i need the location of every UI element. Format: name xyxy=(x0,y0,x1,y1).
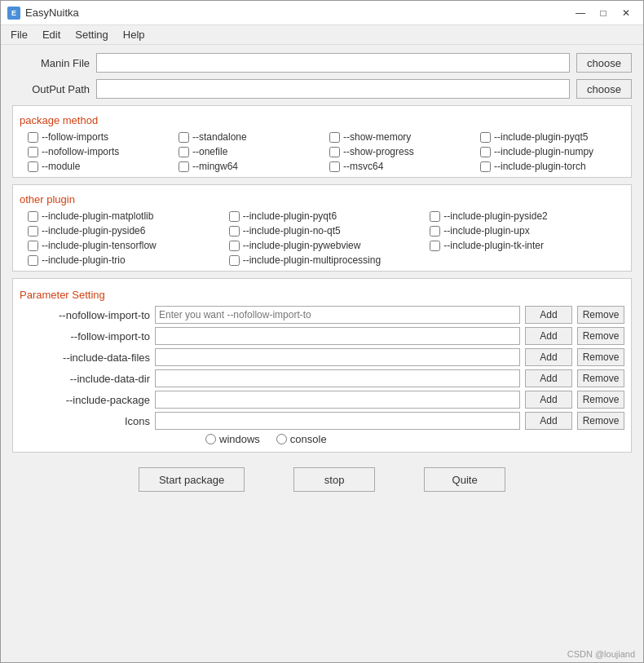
checkbox-tk-inter-input[interactable] xyxy=(430,241,440,251)
checkbox-standalone[interactable]: --standalone xyxy=(179,131,323,143)
param-remove-icons[interactable]: Remove xyxy=(577,412,624,430)
checkbox-upx-input[interactable] xyxy=(430,226,440,236)
checkbox-pyside6-input[interactable] xyxy=(28,226,38,236)
checkbox-include-torch[interactable]: --include-plugin-torch xyxy=(480,161,624,172)
checkbox-pyqt6-input[interactable] xyxy=(229,211,240,222)
param-input-1[interactable] xyxy=(155,327,520,345)
param-input-icons[interactable] xyxy=(155,412,520,430)
param-label-icons: Icons xyxy=(20,415,150,427)
radio-windows-input[interactable] xyxy=(205,434,216,444)
checkbox-tk-inter[interactable]: --include-plugin-tk-inter xyxy=(430,240,624,251)
output-path-choose-button[interactable]: choose xyxy=(576,79,632,99)
checkbox-multiprocessing[interactable]: --include-plugin-multiprocessing xyxy=(229,254,424,266)
checkbox-nofollow-imports-input[interactable] xyxy=(28,147,38,157)
menu-setting[interactable]: Setting xyxy=(68,27,114,42)
checkbox-include-numpy-input[interactable] xyxy=(480,147,491,157)
minimize-button[interactable]: — xyxy=(570,5,591,21)
output-path-input[interactable] xyxy=(96,79,570,99)
param-add-0[interactable]: Add xyxy=(525,306,572,324)
checkbox-no-qt5[interactable]: --include-plugin-no-qt5 xyxy=(229,225,424,236)
checkbox-include-torch-label: --include-plugin-torch xyxy=(494,161,586,172)
param-input-4[interactable] xyxy=(155,391,520,409)
menu-edit[interactable]: Edit xyxy=(36,27,67,42)
maximize-button[interactable]: □ xyxy=(593,5,614,21)
checkbox-include-numpy-label: --include-plugin-numpy xyxy=(494,146,593,157)
watermark: CSDN @loujiand xyxy=(1,649,643,662)
start-package-button[interactable]: Start package xyxy=(139,467,245,492)
main-file-input[interactable] xyxy=(96,53,570,73)
checkbox-msvc64-input[interactable] xyxy=(329,161,340,172)
checkbox-show-progress-input[interactable] xyxy=(329,147,340,157)
checkbox-pyside6-label: --include-plugin-pyside6 xyxy=(42,225,145,236)
checkbox-onefile-input[interactable] xyxy=(179,147,189,157)
checkbox-module-input[interactable] xyxy=(28,161,38,172)
checkbox-show-memory-input[interactable] xyxy=(329,132,340,143)
checkbox-include-pyqt5-input[interactable] xyxy=(480,132,491,143)
checkbox-matplotlib[interactable]: --include-plugin-matplotlib xyxy=(28,210,223,222)
checkbox-show-progress[interactable]: --show-progress xyxy=(329,146,474,157)
checkbox-no-qt5-label: --include-plugin-no-qt5 xyxy=(243,225,341,236)
param-label-1: --follow-import-to xyxy=(20,330,150,343)
checkbox-follow-imports[interactable]: --follow-imports xyxy=(28,131,172,143)
checkbox-mingw64[interactable]: --mingw64 xyxy=(179,161,323,172)
checkbox-matplotlib-input[interactable] xyxy=(28,211,38,222)
param-add-4[interactable]: Add xyxy=(525,391,572,409)
checkbox-include-pyqt5[interactable]: --include-plugin-pyqt5 xyxy=(480,131,624,143)
checkbox-nofollow-imports[interactable]: --nofollow-imports xyxy=(28,146,172,157)
param-add-2[interactable]: Add xyxy=(525,348,572,366)
checkbox-mingw64-input[interactable] xyxy=(179,161,189,172)
param-setting-label: Parameter Setting xyxy=(20,289,624,301)
checkbox-pyqt6[interactable]: --include-plugin-pyqt6 xyxy=(229,210,424,222)
checkbox-multiprocessing-input[interactable] xyxy=(229,255,240,266)
checkbox-include-numpy[interactable]: --include-plugin-numpy xyxy=(480,146,624,157)
radio-console-input[interactable] xyxy=(276,434,287,444)
checkbox-pyside2-label: --include-plugin-pyside2 xyxy=(443,210,547,222)
checkbox-pyside6[interactable]: --include-plugin-pyside6 xyxy=(28,225,223,236)
checkbox-no-qt5-input[interactable] xyxy=(229,226,240,236)
quit-button[interactable]: Quite xyxy=(424,467,505,492)
package-method-label: package method xyxy=(20,114,624,126)
checkbox-tensorflow[interactable]: --include-plugin-tensorflow xyxy=(28,240,223,251)
checkbox-follow-imports-input[interactable] xyxy=(28,132,38,143)
param-remove-3[interactable]: Remove xyxy=(577,369,624,387)
checkbox-tensorflow-input[interactable] xyxy=(28,241,38,251)
param-add-1[interactable]: Add xyxy=(525,327,572,345)
radio-windows[interactable]: windows xyxy=(205,433,260,445)
param-remove-4[interactable]: Remove xyxy=(577,391,624,409)
radio-console[interactable]: console xyxy=(276,433,327,445)
checkbox-show-progress-label: --show-progress xyxy=(343,146,414,157)
radio-row: windows console xyxy=(205,433,624,445)
checkbox-standalone-input[interactable] xyxy=(179,132,189,143)
checkbox-pyside2[interactable]: --include-plugin-pyside2 xyxy=(430,210,624,222)
checkbox-module-label: --module xyxy=(42,161,80,172)
checkbox-tensorflow-label: --include-plugin-tensorflow xyxy=(42,240,157,251)
close-button[interactable]: ✕ xyxy=(615,5,637,21)
param-label-4: --include-package xyxy=(20,394,150,406)
checkbox-pywebview-input[interactable] xyxy=(229,241,240,251)
menu-help[interactable]: Help xyxy=(117,27,152,42)
checkbox-msvc64[interactable]: --msvc64 xyxy=(329,161,474,172)
stop-button[interactable]: stop xyxy=(293,467,375,492)
checkbox-trio[interactable]: --include-plugin-trio xyxy=(28,254,223,266)
param-input-0[interactable] xyxy=(155,306,520,324)
checkbox-include-torch-input[interactable] xyxy=(480,161,491,172)
param-row-4: --include-package Add Remove xyxy=(20,391,624,409)
param-input-3[interactable] xyxy=(155,369,520,387)
param-input-2[interactable] xyxy=(155,348,520,366)
param-remove-1[interactable]: Remove xyxy=(577,327,624,345)
param-add-icons[interactable]: Add xyxy=(525,412,572,430)
checkbox-pyside2-input[interactable] xyxy=(430,211,440,222)
checkbox-module[interactable]: --module xyxy=(28,161,172,172)
param-add-3[interactable]: Add xyxy=(525,369,572,387)
main-window: E EasyNuitka — □ ✕ File Edit Setting Hel… xyxy=(0,0,644,663)
checkbox-trio-input[interactable] xyxy=(28,255,38,266)
checkbox-onefile[interactable]: --onefile xyxy=(179,146,323,157)
checkbox-show-memory[interactable]: --show-memory xyxy=(329,131,474,143)
main-file-choose-button[interactable]: choose xyxy=(576,53,632,73)
param-remove-0[interactable]: Remove xyxy=(577,306,624,324)
checkbox-pywebview[interactable]: --include-plugin-pywebview xyxy=(229,240,424,251)
checkbox-upx[interactable]: --include-plugin-upx xyxy=(430,225,624,236)
menu-file[interactable]: File xyxy=(4,27,34,42)
param-remove-2[interactable]: Remove xyxy=(577,348,624,366)
title-bar-left: E EasyNuitka xyxy=(7,7,79,20)
